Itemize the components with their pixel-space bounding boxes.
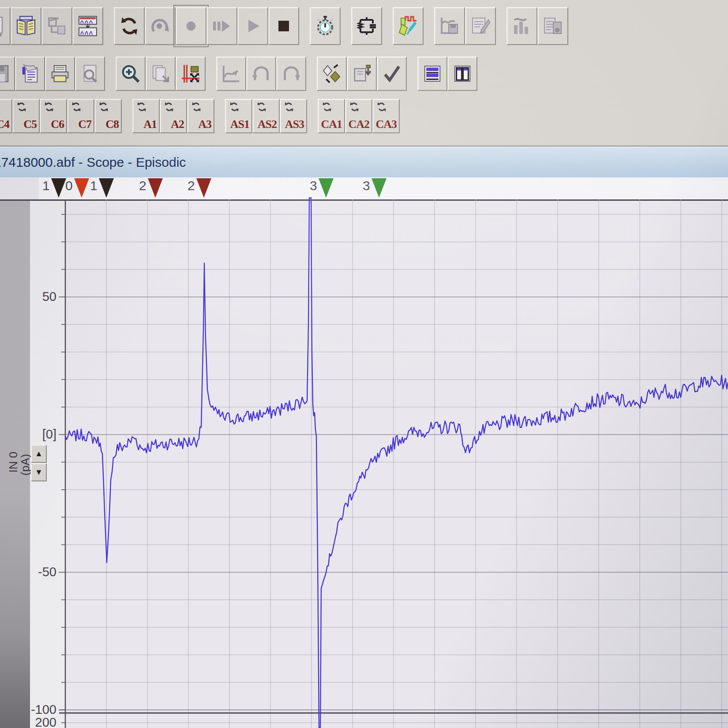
channel-button-C4[interactable]: C4 <box>0 99 12 133</box>
cycle-icon <box>320 101 334 114</box>
tile-horizontal-button[interactable] <box>417 56 447 91</box>
cycle-icon <box>15 101 28 114</box>
lab-book-button[interactable] <box>11 7 41 45</box>
cycle-icon <box>135 101 148 114</box>
channel-button-C7[interactable]: C7 <box>67 99 94 133</box>
spinner-up-button[interactable]: ▲ <box>31 445 47 463</box>
results-icon <box>542 15 563 37</box>
channel-label: C6 <box>51 118 64 131</box>
acquisition-setup-button <box>41 7 72 45</box>
zoom-in-button[interactable] <box>116 56 146 91</box>
print-icon <box>50 64 70 84</box>
channel-button-C8[interactable]: C8 <box>94 99 122 133</box>
toolbar-group <box>216 56 306 91</box>
channel-label: AS2 <box>258 118 277 131</box>
cycle-icon <box>228 101 241 114</box>
marker-label: 2 <box>188 178 195 193</box>
fit-data-icon <box>221 64 241 84</box>
step-button <box>206 7 237 45</box>
cycle-icon <box>348 101 361 114</box>
marker-triangle-icon <box>148 178 163 198</box>
print-preview-button <box>75 56 105 91</box>
timer-button[interactable] <box>310 7 341 45</box>
channel-button-A2[interactable]: A2 <box>160 99 187 133</box>
channel-label: CA1 <box>321 118 342 131</box>
save-display-button <box>434 7 465 45</box>
sequencing-keys-button[interactable] <box>72 7 103 45</box>
channel-label: C7 <box>78 118 91 131</box>
sweep-marker[interactable]: 2 <box>139 177 163 199</box>
record-button <box>176 7 206 45</box>
file-properties-button[interactable] <box>15 56 45 91</box>
re-record-button <box>145 7 176 45</box>
marker-triangle-icon <box>74 178 89 198</box>
sweep-marker[interactable]: 2 <box>188 177 211 199</box>
channel-button-AS1[interactable]: AS1 <box>225 99 252 133</box>
channel-label: A2 <box>171 118 184 131</box>
channel-toolbar: C4C5C6C7C8A1A2A3AS1AS2AS3CA1CA2CA3 <box>0 99 410 133</box>
channel-label: CA3 <box>375 118 397 131</box>
statistics-window-button <box>507 7 537 45</box>
scope-titlebar[interactable]: 17418000.abf - Scope - Episodic <box>0 146 728 178</box>
channel-button-CA2[interactable]: CA2 <box>345 99 372 133</box>
tile-vertical-icon <box>452 64 473 84</box>
play-button <box>237 7 268 45</box>
spinner-down-button[interactable]: ▼ <box>31 463 47 481</box>
print-preview-icon <box>80 64 100 84</box>
tile-vertical-button[interactable] <box>447 56 477 91</box>
channel-button-A1[interactable]: A1 <box>132 99 160 133</box>
channel-button-A3[interactable]: A3 <box>187 99 214 133</box>
cycle-icon <box>375 101 388 114</box>
toolbar-row-2 <box>0 56 488 91</box>
marker-label: 1 <box>42 178 50 193</box>
signal2-tick-label: 200 <box>21 715 56 728</box>
signal-spinner: ▲ ▼ <box>31 445 47 482</box>
channel-button-C6[interactable]: C6 <box>40 99 67 133</box>
seal-test-icon <box>398 15 419 37</box>
plot-background <box>65 199 728 728</box>
redo-curve-icon <box>281 64 301 84</box>
channel-button-AS3[interactable]: AS3 <box>280 99 307 133</box>
toolbar-group <box>317 56 407 91</box>
channel-label: C8 <box>105 118 119 131</box>
sweep-marker[interactable]: 1 <box>90 177 114 199</box>
restart-icon <box>150 15 171 37</box>
cycle-icon <box>162 101 176 114</box>
check-icon <box>382 64 402 84</box>
channel-button-CA3[interactable]: CA3 <box>372 99 400 133</box>
channel-label: C5 <box>23 118 37 131</box>
tile-horizontal-icon <box>422 64 443 84</box>
sweep-marker[interactable]: 1 <box>42 177 66 199</box>
zoom-in-icon <box>120 64 141 84</box>
repeat-protocol-button[interactable] <box>114 7 145 45</box>
marker-label: 2 <box>139 178 146 193</box>
toolbar-group <box>114 7 299 45</box>
play-icon <box>242 15 263 37</box>
lab-book-icon <box>15 15 37 37</box>
stop-button[interactable] <box>268 7 299 45</box>
channel-button-AS2[interactable]: AS2 <box>252 99 280 133</box>
sweep-marker-strip: 1012233 <box>39 177 728 201</box>
marker-triangle-icon <box>372 178 387 198</box>
channel-button-C5[interactable]: C5 <box>12 99 40 133</box>
channel-button-CA1[interactable]: CA1 <box>318 99 345 133</box>
membrane-test-icon <box>356 15 377 37</box>
toolbar-group <box>0 7 103 45</box>
seal-test-button[interactable] <box>393 7 424 45</box>
transfer-icon <box>352 64 372 84</box>
sweep-marker[interactable]: 3 <box>310 177 334 199</box>
channel-label: A3 <box>198 118 211 131</box>
save-file-button[interactable] <box>0 56 15 91</box>
accept-button[interactable] <box>377 56 407 91</box>
marker-triangle-icon <box>51 178 66 198</box>
clampex-scope-window: C4C5C6C7C8A1A2A3AS1AS2AS3CA1CA2CA3 17418… <box>0 0 728 728</box>
full-scale-button[interactable] <box>176 56 206 91</box>
membrane-test-button[interactable] <box>351 7 382 45</box>
print-button[interactable] <box>45 56 75 91</box>
cursor-pair-button[interactable] <box>317 56 347 91</box>
open-data-file-button <box>0 7 11 45</box>
sweep-marker[interactable]: 0 <box>65 177 89 199</box>
transfer-data-button[interactable] <box>347 56 377 91</box>
cycle-icon <box>97 101 110 114</box>
sweep-marker[interactable]: 3 <box>363 177 387 199</box>
